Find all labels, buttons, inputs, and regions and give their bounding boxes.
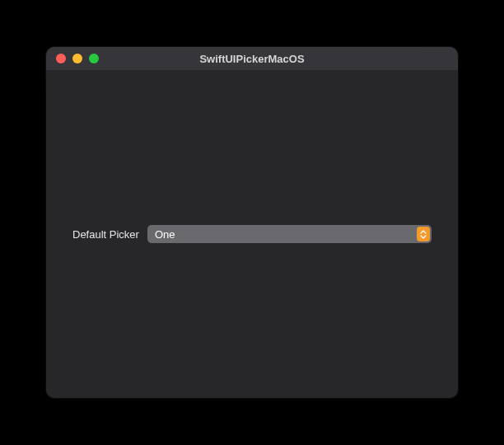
traffic-lights: [46, 54, 99, 63]
titlebar: SwiftUIPickerMacOS: [46, 47, 458, 70]
maximize-button[interactable]: [89, 54, 99, 63]
default-picker[interactable]: One: [147, 225, 432, 243]
minimize-button[interactable]: [72, 54, 82, 63]
picker-row: Default Picker One: [72, 225, 432, 243]
picker-selected-value: One: [147, 229, 175, 240]
app-window: SwiftUIPickerMacOS Default Picker One: [46, 47, 458, 398]
picker-label: Default Picker: [72, 228, 139, 241]
window-title: SwiftUIPickerMacOS: [46, 53, 458, 65]
window-content: Default Picker One: [46, 70, 458, 398]
close-button[interactable]: [56, 54, 66, 63]
chevron-up-down-icon: [417, 227, 430, 241]
